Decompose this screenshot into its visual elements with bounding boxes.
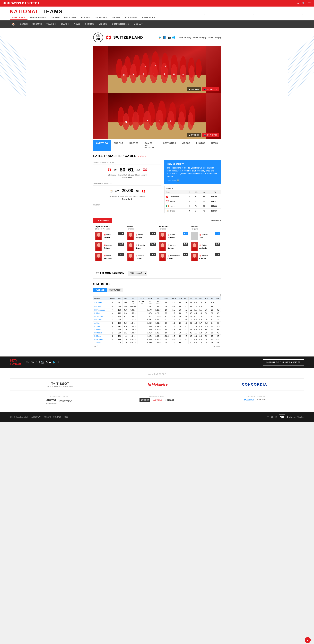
comparison-select[interactable]: Which team?	[128, 271, 147, 276]
player-name[interactable]: S. Fofana	[93, 328, 109, 331]
lang-fr[interactable]: FR	[297, 2, 299, 4]
footer-instagram-icon[interactable]: 📷	[41, 361, 44, 364]
subnav-u18-men[interactable]: U18 MEN	[79, 16, 93, 20]
player-name[interactable]: R. Kovac	[93, 305, 109, 308]
view-all-leaders[interactable]: VIEW ALL ›	[211, 220, 221, 222]
subnav-u20-women[interactable]: U20 WOMEN	[62, 16, 79, 20]
stats-tab-average[interactable]: AVERAGE	[93, 288, 107, 292]
footer-jobs[interactable]: JOBS	[64, 416, 68, 418]
tab-videos[interactable]: VIDEOS	[179, 140, 193, 151]
videos-btn-1[interactable]: ▶ 4 VIDEOS	[187, 87, 201, 91]
media-partners: MEDIA PARTNERS SRG SSR LA TÉLÉ ✈ Nau.ch	[108, 394, 206, 406]
subnav-senior-women[interactable]: SENIOR WOMEN	[28, 16, 49, 20]
svg-point-83	[97, 243, 100, 247]
footer-tickets[interactable]: TICKETS	[44, 416, 51, 418]
tab-overview[interactable]: OVERVIEW	[93, 140, 111, 151]
leader-col-title-3: Rebounds	[159, 226, 187, 228]
lang-de-footer[interactable]: DE	[271, 416, 273, 418]
player-name[interactable]: K. Martin	[93, 312, 109, 315]
suppliers-row: OFFICIAL SUPPLIERS molten For the real g…	[10, 394, 304, 406]
social-instagram[interactable]: 📷	[167, 36, 171, 39]
rank-number: 60	[96, 38, 100, 41]
subnav-resources[interactable]: RESOURCES	[140, 16, 157, 20]
player-name[interactable]: B. Mbala	[93, 334, 109, 338]
subnav-u16-men[interactable]: U16 MEN	[109, 16, 123, 20]
player-name[interactable]: J. Kilic...	[93, 322, 109, 325]
lang-it-footer[interactable]: IT	[275, 416, 277, 418]
leader-item: 🇨🇭 Marko Mladjan 17.5	[95, 232, 123, 240]
photos-btn-1[interactable]: 📷 84 PHOTOS	[202, 87, 219, 91]
nav-photos[interactable]: PHOTOS	[83, 20, 96, 28]
nav-competition[interactable]: COMPETITION ▾	[110, 20, 131, 28]
main-partners: T+ TISSOT SWISS WATCHES SINCE 1853 la Mo…	[10, 382, 304, 390]
player-name[interactable]: R. Zinn	[93, 325, 109, 328]
leader-item: 🇨🇭 Arnaud Cotture 3.5	[191, 253, 219, 261]
table-row: 🇨🇾Cyprus 40/4-48268/316	[165, 208, 221, 213]
leader-col-points: Points Per game 🇨🇭 Marko Mladjan 18.5	[125, 226, 157, 263]
footer-flickr-icon[interactable]: ✿	[46, 361, 48, 364]
subnav-u16-women[interactable]: U16 WOMEN	[123, 16, 140, 20]
olympic-text: olympic	[289, 416, 296, 418]
footer-contact[interactable]: CONTACT	[53, 416, 61, 418]
leader-score: 3.7	[215, 242, 220, 246]
svg-text:31: 31	[123, 74, 125, 76]
stats-tab-cumulated[interactable]: CUMULATED	[107, 288, 123, 292]
svg-line-4	[0, 49, 26, 74]
footer-linkedin-icon[interactable]: in	[57, 361, 59, 364]
leader-score: 10.5	[150, 253, 156, 256]
footer-right: FR DE IT 90 ✚ olympic Member ▲	[267, 414, 304, 420]
footer-basketplan[interactable]: BASKETPLAN	[31, 416, 41, 418]
nav-stats[interactable]: STATS ▾	[59, 20, 71, 28]
search-icon[interactable]: 🔍	[302, 2, 305, 5]
newsletter-button[interactable]: SIGN UP TO OUR NEWSLETTER	[263, 359, 304, 366]
social-facebook[interactable]: 📘	[163, 36, 166, 39]
player-name[interactable]: A. Cotture	[93, 300, 109, 305]
site-logo[interactable]: ❄ ❄ SWISS BASKETBALL	[3, 2, 44, 5]
nav-home[interactable]: 🏠	[10, 20, 17, 28]
player-name[interactable]: H. Portannece	[93, 308, 109, 312]
footer-youtube-icon[interactable]: ▶	[49, 361, 51, 364]
photo-overlay-2: ▶ 4 VIDEOS 📷 84 PHOTOS	[187, 133, 219, 137]
tab-games-results[interactable]: GAMES AND RESULTS	[142, 140, 160, 151]
player-name[interactable]: J. Diskas	[93, 341, 109, 344]
footer-facebook-icon[interactable]: f	[39, 361, 40, 364]
player-name[interactable]: N. Jurkovitz	[93, 315, 109, 318]
player-avatar	[127, 253, 134, 261]
nav-news[interactable]: NEWS	[72, 20, 82, 28]
footer-twitter-icon[interactable]: 🐦	[52, 361, 56, 364]
tab-roster[interactable]: ROSTER	[126, 140, 141, 151]
tab-statistics[interactable]: STATISTICS	[160, 140, 179, 151]
subnav-u20-men[interactable]: U20 MEN	[48, 16, 62, 20]
team-flag: 🇨🇭	[106, 35, 111, 40]
learn-more[interactable]: Learn more ℹ️	[167, 180, 218, 182]
social-twitter[interactable]: 🐦	[158, 36, 162, 39]
tab-news[interactable]: NEWS	[208, 140, 221, 151]
decoration-left	[0, 28, 26, 356]
main-nav: 🏠 GAMES GROUPS TEAMS ▾ STATS ▾ NEWS PHOT…	[0, 20, 314, 28]
nav-media[interactable]: MEDIA ▾	[132, 20, 145, 28]
menu-icon[interactable]: ☰	[308, 2, 311, 5]
svg-text:7: 7	[153, 72, 154, 75]
player-name[interactable]: N. Calazan	[93, 318, 109, 322]
nav-videos[interactable]: VIDEOS	[97, 20, 109, 28]
subnav-senior-men[interactable]: SENIOR MEN	[10, 16, 28, 20]
tab-photos[interactable]: PHOTOS	[193, 140, 208, 151]
qualify-text: The First Round of the Pre-Qualifiers wi…	[167, 166, 218, 178]
photos-btn-2[interactable]: 📷 84 PHOTOS	[202, 133, 219, 137]
nav-games[interactable]: GAMES	[18, 20, 30, 28]
game-card-1: 🇨🇭 SUI 80 61 AUT 🇦🇹 City, Arena: Fribour…	[93, 164, 161, 181]
nav-teams[interactable]: TEAMS ▾	[45, 20, 58, 28]
social-other[interactable]: 🌐	[172, 36, 175, 39]
player-name[interactable]: C. Le Sann	[93, 338, 109, 341]
view-all-games[interactable]: › View all	[138, 155, 147, 157]
svg-rect-84	[96, 248, 101, 251]
lang-fr-footer[interactable]: FR	[267, 416, 269, 418]
table-row: S. Fofana224.57.03.0/8.03.0/6.00.0/2.01.…	[93, 328, 221, 331]
videos-btn-2[interactable]: ▶ 4 VIDEOS	[187, 133, 201, 137]
leaders-grid: Top Performers Efficiency Per game 🇨🇭 Ma…	[93, 226, 221, 263]
subnav-u18-women[interactable]: U18 WOMEN	[92, 16, 109, 20]
player-name[interactable]: H. Mladjan	[93, 331, 109, 334]
tab-profile[interactable]: PROFILE	[111, 140, 126, 151]
nav-groups[interactable]: GROUPS	[31, 20, 44, 28]
tissot-logo: T+ TISSOT SWISS WATCHES SINCE 1853	[47, 382, 73, 387]
